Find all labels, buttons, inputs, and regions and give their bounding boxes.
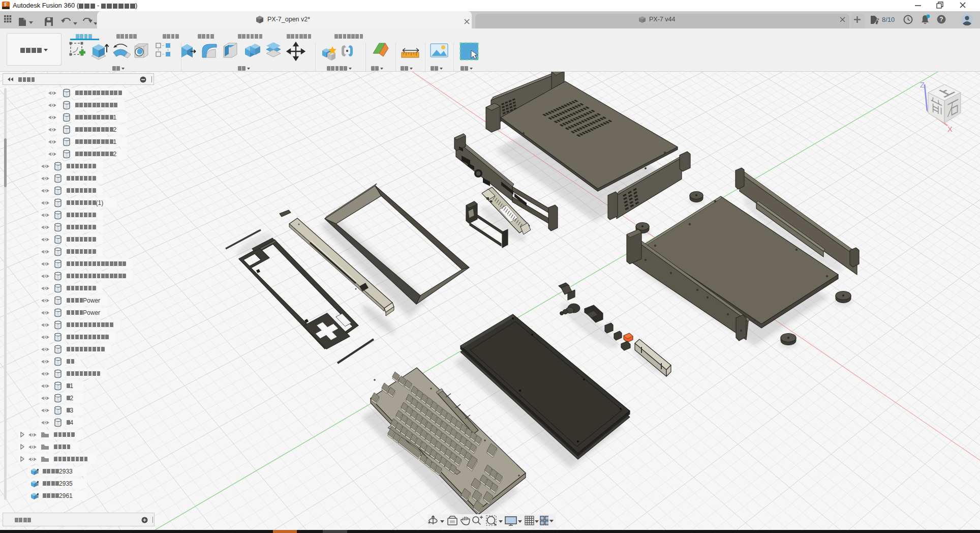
svg-text:F: F	[4, 2, 7, 8]
svg-text:Z: Z	[920, 80, 925, 89]
svg-text:X: X	[947, 125, 953, 133]
svg-text:?: ?	[939, 16, 943, 23]
